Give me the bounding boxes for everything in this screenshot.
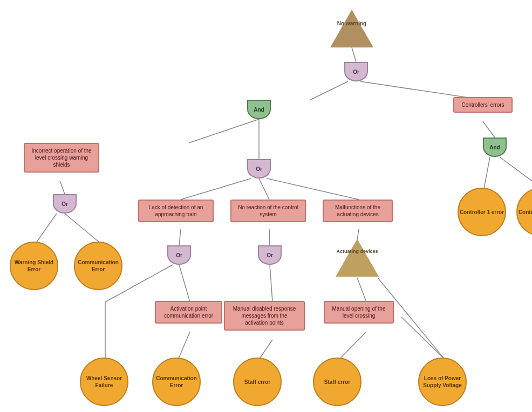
fault-tree-diagram: No warning Or And Controllers' errors In… — [0, 0, 532, 412]
svg-line-6 — [36, 214, 57, 243]
manual-opening-node: Manual opening of the level crossing — [324, 301, 394, 324]
no-reaction-node: No reaction of the control system — [230, 200, 306, 222]
svg-line-20 — [270, 265, 272, 302]
gate-or-1: Or — [344, 62, 368, 81]
svg-line-24 — [340, 332, 366, 359]
svg-line-25 — [401, 317, 444, 359]
no-warning-node: No warning — [330, 10, 373, 47]
activation-point-node: Activation point communication error — [155, 301, 222, 324]
svg-line-16 — [357, 229, 359, 240]
svg-line-15 — [269, 229, 270, 245]
svg-line-9 — [259, 178, 269, 200]
svg-line-13 — [500, 157, 532, 189]
incorrect-op-node: Incorrect operation of the level crossin… — [24, 143, 99, 173]
loss-power-node: Loss of Power Supply Voltage — [418, 358, 467, 406]
gate-or-2: Or — [53, 194, 77, 214]
svg-line-5 — [60, 181, 65, 194]
svg-line-21 — [179, 332, 190, 359]
wheel-sensor-node: Wheel Sensor Failure — [80, 358, 128, 406]
svg-line-23 — [357, 278, 366, 302]
svg-line-14 — [179, 229, 181, 245]
manual-disabled-node: Manual disabled response messages from t… — [224, 301, 305, 331]
svg-line-22 — [260, 340, 272, 359]
gate-or-3: Or — [247, 159, 271, 178]
comm-error-1-node: Communication Error — [74, 242, 122, 290]
svg-line-11 — [483, 121, 495, 138]
warning-shield-node: Warning Shield Error — [10, 242, 58, 290]
svg-line-12 — [484, 157, 490, 189]
svg-line-10 — [267, 178, 359, 200]
gate-or-4: Or — [167, 245, 191, 265]
controller2-node: Controller 2 error — [516, 188, 532, 236]
svg-line-3 — [189, 119, 259, 143]
staff-error-2-node: Staff error — [313, 358, 362, 406]
staff-error-1-node: Staff error — [233, 358, 282, 406]
controllers-errors-node: Controllers' errors — [453, 97, 513, 113]
gate-and-1: And — [247, 100, 271, 119]
svg-line-8 — [181, 178, 251, 200]
svg-line-0 — [352, 47, 356, 62]
svg-line-1 — [310, 81, 348, 100]
gate-and-2: And — [483, 138, 507, 157]
actuating-devices-node: Actuating devices — [336, 239, 379, 277]
lack-detection-node: Lack of detection of an approaching trai… — [138, 200, 214, 222]
comm-error-2-node: Communication Error — [152, 358, 201, 406]
svg-line-7 — [65, 214, 100, 243]
gate-or-5: Or — [258, 245, 282, 265]
controller1-node: Controller 1 error — [458, 188, 506, 236]
malfunctions-node: Malfunctions of the actuating devices — [323, 200, 393, 222]
svg-line-17 — [179, 265, 190, 302]
